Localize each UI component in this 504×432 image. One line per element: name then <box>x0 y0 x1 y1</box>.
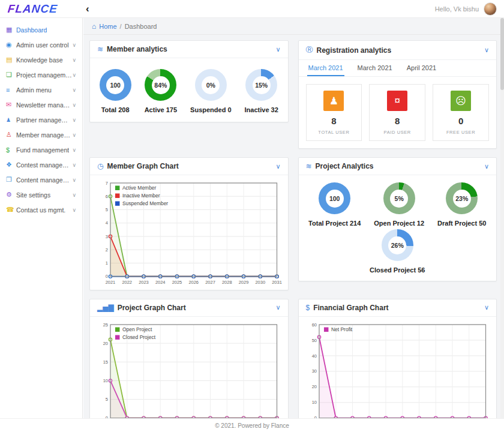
donut-value: 84% <box>152 76 170 94</box>
chevron-down-icon[interactable]: ∨ <box>275 304 280 311</box>
chevron-down-icon[interactable]: ∨ <box>484 304 489 311</box>
sidebar-item-dashboard[interactable]: ▦Dashboard <box>0 22 82 37</box>
sidebar-item-label: Content management <box>16 176 72 184</box>
sidebar-item-label: Dashboard <box>16 26 47 34</box>
donut-total-208: 100Total 208 <box>100 69 131 113</box>
header-right: Hello, Vk bishu <box>435 2 504 16</box>
svg-text:5: 5 <box>106 397 108 402</box>
sidebar-item-member-management[interactable]: ♙Member management∨ <box>0 127 82 142</box>
tab-march-2021-2[interactable]: March 2021 <box>356 60 394 76</box>
svg-text:10: 10 <box>103 378 108 383</box>
stat-value: 0 <box>436 116 486 126</box>
wave-icon: ≋ <box>97 45 103 53</box>
chevron-down-icon[interactable]: ∨ <box>275 163 280 170</box>
chevron-down-icon[interactable]: ∨ <box>484 163 489 170</box>
stat-label: TOTAL USER <box>309 130 359 135</box>
donut-label: Total Project 214 <box>308 220 361 227</box>
sidebar-item-contest-management[interactable]: ❖Contest management∨ <box>0 157 82 172</box>
breadcrumb-current: Dashboard <box>125 23 157 30</box>
donut-label: Suspended 0 <box>190 106 231 113</box>
phone-icon: ☎ <box>6 206 16 214</box>
donut-label: Draft Project 50 <box>437 220 486 227</box>
donut-ring: 23% <box>446 182 478 214</box>
sidebar-item-label: Knowledge base <box>16 56 63 64</box>
avatar[interactable] <box>484 2 497 16</box>
page-footer: © 2021. Powered by Flance <box>0 418 504 432</box>
donut-label: Total 208 <box>101 106 130 113</box>
donut-draft-project-50: 23%Draft Project 50 <box>437 182 486 227</box>
project-donut-row-2: 26%Closed Project 56 <box>299 228 497 281</box>
donut-value: 100 <box>106 76 124 94</box>
home-icon: ⌂ <box>92 22 96 31</box>
chevron-down-icon[interactable]: ∨ <box>275 46 280 53</box>
user-icon: ♟ <box>323 91 344 111</box>
member-graph-card: ◷ Member Graph Chart ∨ 01234567202120222… <box>89 157 289 290</box>
svg-text:5: 5 <box>106 207 108 212</box>
vertical-scrollbar[interactable] <box>500 18 504 418</box>
chevron-down-icon: ∨ <box>72 177 76 183</box>
sidebar-item-site-settings[interactable]: ⚙Site settings∨ <box>0 187 82 202</box>
sidebar: ▦Dashboard◉Admin user control∨▤Knowledge… <box>0 18 83 418</box>
breadcrumb-home-link[interactable]: Home <box>99 23 116 30</box>
chevron-down-icon: ∨ <box>72 192 76 198</box>
stat-label: PAID USER <box>372 130 422 135</box>
tab-march-2021-1[interactable]: March 2021 <box>307 60 344 76</box>
chevron-down-icon: ∨ <box>72 42 76 48</box>
donut-label: Active 175 <box>145 106 177 113</box>
svg-text:2025: 2025 <box>172 280 182 285</box>
svg-text:Suspended Member: Suspended Member <box>122 200 168 206</box>
svg-text:1: 1 <box>106 260 108 266</box>
main-content: ⌂ Home / Dashboard ≋ Member analytics ∨ … <box>83 18 504 418</box>
registration-stats: ♟8TOTAL USER¤8PAID USER☹0FREE USER <box>299 77 497 148</box>
wave-icon: ≋ <box>306 162 312 170</box>
sidebar-collapse-button[interactable]: ‹ <box>82 4 93 14</box>
svg-text:60: 60 <box>311 322 316 327</box>
app-header: FLANCE ‹ Hello, Vk bishu <box>0 0 504 18</box>
tab-april-2021-3[interactable]: April 2021 <box>406 60 438 76</box>
donut-inactive-32: 15%Inactive 32 <box>245 69 278 113</box>
sidebar-item-partner-management[interactable]: ♟Partner management∨ <box>0 112 82 127</box>
donut-ring: 26% <box>382 229 413 261</box>
svg-text:2024: 2024 <box>155 280 166 285</box>
dashboard-cards: ≋ Member analytics ∨ 100Total 20884%Acti… <box>83 35 504 432</box>
svg-text:Inactive Member: Inactive Member <box>122 193 160 199</box>
card-header: $ Financial Graph Chart ∨ <box>299 299 497 317</box>
svg-text:20: 20 <box>311 384 316 389</box>
scrollbar-thumb[interactable] <box>500 18 504 90</box>
file-icon: ❏ <box>6 71 16 79</box>
sidebar-item-project-management[interactable]: ❏Project management∨ <box>0 67 82 82</box>
chart-body: 0102030405060202120222023202420252026202… <box>299 317 497 431</box>
sidebar-item-contact-us-mgmt[interactable]: ☎Contact us mgmt.∨ <box>0 202 82 217</box>
financial-graph-card: $ Financial Graph Chart ∨ 01020304050602… <box>298 299 497 432</box>
stat-label: FREE USER <box>436 130 486 135</box>
stat-free-user: ☹0FREE USER <box>433 84 489 141</box>
sidebar-item-label: Contest management <box>16 161 72 169</box>
sidebar-item-newsletter-management[interactable]: ✉Newsletter management∨ <box>0 97 82 112</box>
sidebar-item-label: Admin menu <box>16 86 52 94</box>
sidebar-item-admin-user-control[interactable]: ◉Admin user control∨ <box>0 37 82 52</box>
svg-text:50: 50 <box>311 337 316 343</box>
card-title: Member Graph Chart <box>107 162 178 170</box>
svg-text:6: 6 <box>106 194 108 199</box>
grid-icon: ▦ <box>6 26 16 34</box>
registration-analytics-card: Ⓡ Registration analytics ∨ March 2021Mar… <box>298 40 497 149</box>
chart-body: 0510152025202120222023202420252026202720… <box>90 317 288 431</box>
book-icon: ▤ <box>6 56 16 64</box>
chevron-down-icon: ∨ <box>72 207 76 213</box>
sidebar-item-content-management[interactable]: ❐Content management∨ <box>0 172 82 187</box>
donut-ring: 100 <box>100 69 131 101</box>
svg-text:2: 2 <box>106 247 108 253</box>
sidebar-item-label: Member management <box>16 131 72 139</box>
breadcrumb-separator: / <box>120 23 122 30</box>
brand-logo[interactable]: FLANCE <box>7 2 58 16</box>
card-title: Member analytics <box>107 45 167 53</box>
chevron-down-icon[interactable]: ∨ <box>484 46 489 54</box>
sidebar-item-knowledge-base[interactable]: ▤Knowledge base∨ <box>0 52 82 67</box>
sidebar-item-label: Partner management <box>16 116 72 124</box>
bars-icon: ▂▅▇ <box>97 304 114 312</box>
svg-text:0: 0 <box>106 274 108 279</box>
svg-text:4: 4 <box>106 220 108 226</box>
sidebar-item-fund-management[interactable]: $Fund management∨ <box>0 142 82 157</box>
sidebar-item-admin-menu[interactable]: ≡Admin menu∨ <box>0 82 82 97</box>
project-line-chart: 0510152025202120222023202420252026202720… <box>96 321 282 429</box>
